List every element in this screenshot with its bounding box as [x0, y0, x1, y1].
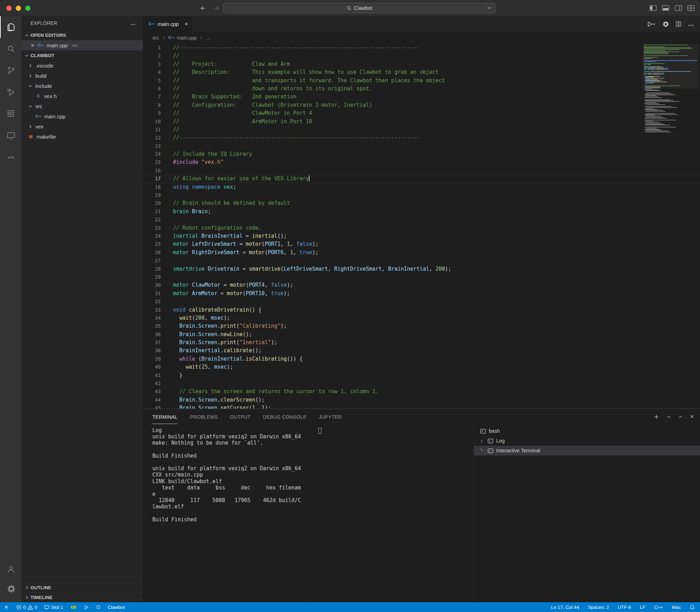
activity-item-settings[interactable]: [0, 579, 21, 599]
code-line[interactable]: 43 // Clears the screen and returns the …: [143, 388, 700, 396]
breadcrumb-item[interactable]: …: [206, 35, 211, 41]
forward-arrow-icon[interactable]: [213, 5, 220, 12]
code-line[interactable]: 21brain Brain;: [143, 208, 700, 216]
code-line[interactable]: 23// Robot configuration code.: [143, 224, 700, 232]
code-line[interactable]: 34 wait(200, msec);: [143, 314, 700, 322]
terminal-list-item-log[interactable]: ┌Log: [474, 436, 700, 446]
code-line[interactable]: 41 }: [143, 371, 700, 380]
tree-item-vex-h[interactable]: Cvex.h: [21, 91, 143, 101]
command-center-search[interactable]: Clawbot: [223, 3, 495, 13]
code-line[interactable]: 17// Allows for easier use of the VEX Li…: [143, 175, 700, 183]
terminal-dropdown-icon[interactable]: [666, 414, 671, 419]
notifications[interactable]: [689, 604, 695, 610]
panel-tab-jupyter[interactable]: JUPYTER: [319, 410, 341, 424]
encoding[interactable]: UTF-8: [618, 605, 631, 610]
terminal-list-item-bash[interactable]: bash: [474, 426, 700, 436]
outline-header[interactable]: OUTLINE: [21, 583, 143, 592]
code-line[interactable]: 44 Brain.Screen.clearScreen();: [143, 396, 700, 404]
open-editors-header[interactable]: OPEN EDITORS: [21, 30, 143, 40]
zoom-window-button[interactable]: [25, 6, 30, 11]
code-line[interactable]: 30motor ClawMotor = motor(PORT4, false);: [143, 281, 700, 289]
close-editor-icon[interactable]: ×: [30, 43, 35, 48]
eol-sequence[interactable]: LF: [640, 605, 645, 610]
platform[interactable]: Mac: [672, 605, 681, 610]
tree-item-vex[interactable]: vex: [21, 121, 143, 132]
code-line[interactable]: 6// down and returns to its original spo…: [143, 85, 700, 93]
split-editor-icon[interactable]: [675, 21, 681, 27]
language-mode[interactable]: C++: [654, 605, 663, 610]
timeline-header[interactable]: TIMELINE: [21, 592, 143, 602]
tree-item-makefile[interactable]: Mmakefile: [21, 132, 143, 142]
code-line[interactable]: 10// ArmMotor in Port 10: [143, 118, 700, 126]
terminal-output-pane[interactable]: Logunix build for platform vexiq2 on Dar…: [143, 424, 308, 602]
slot-indicator[interactable]: Slot 1: [44, 605, 63, 610]
code-line[interactable]: 22: [143, 216, 700, 224]
workspace-header[interactable]: CLAWBOT: [21, 50, 143, 61]
code-line[interactable]: 35 Brain.Screen.print("Calibrating");: [143, 322, 700, 330]
code-line[interactable]: 28smartdrive Drivetrain = smartdrive(Lef…: [143, 265, 700, 273]
close-tab-icon[interactable]: ×: [185, 21, 188, 27]
tab-main-cpp[interactable]: C++ main.cpp ×: [143, 16, 193, 32]
more-actions-icon[interactable]: …: [131, 20, 136, 26]
panel-tab-debug-console[interactable]: DEBUG CONSOLE: [263, 410, 307, 424]
activity-item-remote-explorer[interactable]: [0, 125, 21, 146]
code-line[interactable]: 12//------------------------------------…: [143, 134, 700, 142]
more-actions-icon[interactable]: …: [688, 20, 694, 28]
minimap[interactable]: [644, 44, 697, 134]
code-line[interactable]: 36 Brain.Screen.newLine();: [143, 331, 700, 339]
code-line[interactable]: 40 wait(25, msec);: [143, 363, 700, 371]
code-line[interactable]: 2//: [143, 52, 700, 60]
code-line[interactable]: 19: [143, 191, 700, 199]
code-line[interactable]: 8// Configuration: Clawbot (Drivetrain 2…: [143, 101, 700, 109]
code-line[interactable]: 26motor RightDriveSmart = motor(PORT6, 1…: [143, 249, 700, 257]
code-line[interactable]: 9// ClawMotor in Port 4: [143, 109, 700, 117]
code-line[interactable]: 38 BrainInertial.calibrate();: [143, 347, 700, 355]
activity-item-account[interactable]: [0, 559, 21, 579]
code-line[interactable]: 4// Description: This example will show …: [143, 68, 700, 76]
activity-item-explorer[interactable]: [0, 16, 21, 38]
code-line[interactable]: 45 Brain.Screen.setCursor(1, 1);: [143, 404, 700, 409]
project-name[interactable]: Clawbot: [108, 605, 125, 610]
minimap-slider[interactable]: [643, 44, 699, 89]
code-line[interactable]: 14// Include the IQ Library: [143, 150, 700, 158]
code-line[interactable]: 3// Project: Claw and Arm: [143, 60, 700, 68]
code-line[interactable]: 5// and transports it forward. The Clawb…: [143, 77, 700, 85]
breadcrumb-item[interactable]: C++main.cpp: [168, 35, 197, 41]
tree-item-main-cpp[interactable]: C++main.cpp: [21, 111, 143, 121]
code-line[interactable]: 42: [143, 380, 700, 388]
code-line[interactable]: 20// Brain should be defined by default: [143, 199, 700, 207]
terminal-list-item-interactive-terminal[interactable]: └Interactive Terminal: [474, 446, 700, 455]
run-program[interactable]: [84, 605, 89, 610]
remote-indicator[interactable]: [4, 604, 9, 610]
cursor-position[interactable]: Ln 17, Col 44: [551, 605, 579, 610]
tree-item-src[interactable]: src: [21, 101, 143, 111]
activity-item-source-control[interactable]: [0, 60, 21, 81]
tree-item--vscode[interactable]: .vscode: [21, 61, 143, 71]
code-line[interactable]: 18using namespace vex;: [143, 183, 700, 191]
code-line[interactable]: 7// Brain Supported: 2nd generation: [143, 93, 700, 101]
code-line[interactable]: 37 Brain.Screen.print("Inertial");: [143, 339, 700, 347]
toggle-secondary-sidebar-icon[interactable]: [675, 5, 682, 11]
stop-program[interactable]: [96, 605, 101, 610]
close-panel-icon[interactable]: ×: [690, 413, 694, 420]
new-terminal-icon[interactable]: [653, 414, 659, 420]
tree-item-build[interactable]: build: [21, 71, 143, 81]
back-arrow-icon[interactable]: [200, 5, 206, 12]
panel-tab-terminal[interactable]: TERMINAL: [152, 410, 178, 424]
code-line[interactable]: 25motor LeftDriveSmart = motor(PORT1, 1,…: [143, 240, 700, 248]
code-line[interactable]: 13: [143, 142, 700, 150]
problems[interactable]: 00: [16, 605, 37, 610]
open-editor-item[interactable]: ×C++main.cppsrc: [21, 40, 143, 50]
close-window-button[interactable]: [6, 6, 12, 11]
tree-item-include[interactable]: include: [21, 81, 143, 91]
code-line[interactable]: 24inertial BrainInertial = inertial();: [143, 232, 700, 240]
code-line[interactable]: 16: [143, 167, 700, 175]
device-status[interactable]: [70, 605, 77, 610]
gear-icon[interactable]: [662, 21, 669, 28]
code-line[interactable]: 1//-------------------------------------…: [143, 44, 700, 52]
code-line[interactable]: 33void calibrateDrivetrain() {: [143, 306, 700, 314]
activity-item-search[interactable]: [0, 38, 21, 60]
indentation[interactable]: Spaces: 2: [588, 605, 609, 610]
code-editor[interactable]: 1//-------------------------------------…: [143, 44, 700, 409]
code-line[interactable]: 32: [143, 298, 700, 306]
